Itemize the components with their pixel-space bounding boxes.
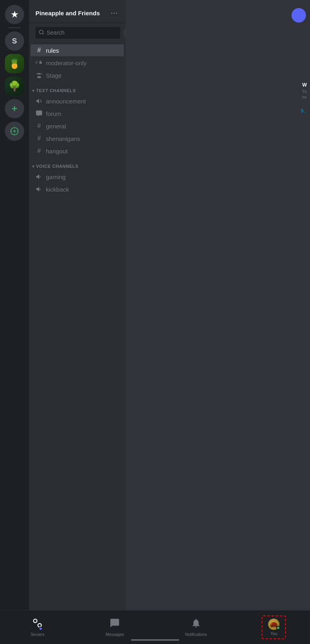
server-sidebar: ★ S 🍍 🌳 + xyxy=(0,0,29,644)
channel-name-gaming: gaming xyxy=(46,173,66,180)
channel-item-general[interactable]: # general xyxy=(31,120,124,132)
sidebar-item-green-server[interactable]: 🌳 xyxy=(5,76,24,96)
notifications-icon xyxy=(191,618,201,631)
sidebar-item-favorites[interactable]: ★ xyxy=(5,5,24,24)
tab-servers-label: Servers xyxy=(31,632,44,637)
search-icon xyxy=(39,29,44,36)
you-online-dot xyxy=(276,626,280,630)
sidebar-header: Pineapple and Friends ··· xyxy=(29,0,126,23)
channel-item-forum[interactable]: forum xyxy=(31,107,124,120)
category-voice-channels[interactable]: ▾ Voice Channels xyxy=(29,157,126,170)
category-label-voice-channels: Voice Channels xyxy=(36,164,79,169)
sidebar-item-pineapple[interactable]: 🍍 xyxy=(5,54,24,73)
tab-you-label: You xyxy=(271,632,277,636)
servers-notification-dot xyxy=(39,627,43,631)
tab-messages-label: Messages xyxy=(105,632,124,637)
green-emoji-icon: 🌳 xyxy=(8,80,21,92)
tab-messages[interactable]: Messages xyxy=(99,615,130,640)
voice-icon-kickback xyxy=(35,186,43,193)
channel-item-shenanigans[interactable]: # shenanigans xyxy=(31,132,124,144)
hash-icon: # xyxy=(35,47,43,54)
channel-name-stage: Stage xyxy=(46,72,62,79)
sidebar-item-add-server[interactable]: + xyxy=(5,99,24,118)
tab-servers[interactable]: Servers xyxy=(24,615,51,640)
chevron-down-icon: ▾ xyxy=(32,89,35,93)
svg-rect-8 xyxy=(39,62,42,64)
plus-icon: + xyxy=(12,103,17,114)
search-input[interactable] xyxy=(47,29,117,36)
channel-name-kickback: kickback xyxy=(46,186,69,193)
server-name: Pineapple and Friends xyxy=(35,10,100,17)
svg-point-11 xyxy=(37,73,38,74)
svg-point-1 xyxy=(14,130,15,132)
you-avatar-icon: 🌰 xyxy=(268,619,279,630)
svg-point-6 xyxy=(39,30,43,33)
channel-item-gaming[interactable]: gaming xyxy=(31,171,124,183)
hash-icon-shenanigans: # xyxy=(35,135,43,142)
channel-name-hangout: hangout xyxy=(46,148,68,155)
tab-notifications[interactable]: Notifications xyxy=(179,615,213,640)
channel-item-rules[interactable]: # rules xyxy=(31,44,124,56)
compass-icon xyxy=(10,127,19,136)
servers-icon xyxy=(32,618,43,631)
sidebar-divider xyxy=(8,27,21,28)
category-text-channels[interactable]: ▾ Text Channels xyxy=(29,82,126,95)
channel-item-moderator-only[interactable]: # moderator-only xyxy=(31,57,124,69)
sidebar-item-discover[interactable] xyxy=(5,122,24,141)
star-icon: ★ xyxy=(11,10,18,19)
channel-name-rules: rules xyxy=(46,47,59,54)
hash-icon-hangout: # xyxy=(35,147,43,155)
channel-list: # rules # moderator-only xyxy=(29,42,126,644)
svg-point-9 xyxy=(38,73,40,75)
category-label-text-channels: Text Channels xyxy=(36,88,76,93)
channel-item-announcement[interactable]: announcement xyxy=(31,95,124,107)
forum-icon xyxy=(35,110,43,117)
channel-name-forum: forum xyxy=(46,110,61,117)
channel-name-announcement: announcement xyxy=(46,98,86,105)
main-content: W Thhe S... xyxy=(126,0,310,644)
channel-item-stage[interactable]: Stage xyxy=(31,69,124,81)
announcement-icon xyxy=(35,97,43,105)
messages-icon xyxy=(110,618,120,631)
svg-point-10 xyxy=(40,73,41,74)
partial-user-avatar xyxy=(291,8,306,23)
lock-hash-icon: # xyxy=(35,59,43,66)
channel-name-shenanigans: shenanigans xyxy=(46,135,80,142)
pineapple-emoji-icon: 🍍 xyxy=(8,58,21,69)
chevron-down-voice-icon: ▾ xyxy=(32,164,35,169)
channel-sidebar: Pineapple and Friends ··· # rules xyxy=(29,0,126,644)
voice-icon-gaming xyxy=(35,173,43,180)
channel-item-hangout[interactable]: # hangout xyxy=(31,145,124,157)
search-bar[interactable] xyxy=(35,27,120,39)
server-letter-label: S xyxy=(12,37,17,45)
partial-channel-title: W xyxy=(301,80,308,89)
svg-point-0 xyxy=(11,128,18,135)
svg-text:#: # xyxy=(35,60,38,65)
hash-icon-general: # xyxy=(35,122,43,130)
channel-item-kickback[interactable]: kickback xyxy=(31,183,124,195)
channel-name-general: general xyxy=(46,123,66,130)
partial-link-text: S... xyxy=(299,108,308,114)
more-options-button[interactable]: ··· xyxy=(108,6,121,19)
home-indicator xyxy=(131,639,179,641)
tab-you[interactable]: 🌰 You xyxy=(262,615,286,639)
partial-message-text: Thhe xyxy=(300,89,308,101)
channel-name-moderator-only: moderator-only xyxy=(46,60,87,66)
search-row xyxy=(29,23,126,42)
tab-notifications-label: Notifications xyxy=(185,632,207,637)
sidebar-item-s-server[interactable]: S xyxy=(5,31,24,51)
stage-icon xyxy=(35,72,43,79)
